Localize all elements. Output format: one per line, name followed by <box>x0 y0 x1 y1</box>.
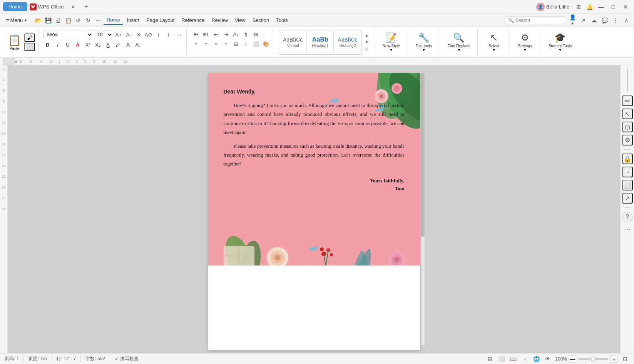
shadow-text-button[interactable]: A⃣ <box>133 40 142 49</box>
font-size-select[interactable]: 10 <box>94 30 113 39</box>
align-right-button[interactable]: ≡ <box>211 40 221 48</box>
clipboard-button[interactable]: 📋 <box>64 16 73 25</box>
select-button[interactable]: ↖ Select ▼ <box>482 31 505 53</box>
style-scroll-down[interactable]: ▼ <box>364 39 370 46</box>
sidebar-share-button[interactable]: ↗ <box>622 193 633 204</box>
zoom-in-button[interactable]: + <box>610 355 618 363</box>
more-menu-button[interactable]: ⋮ <box>611 16 620 25</box>
close-window-button[interactable]: ✕ <box>620 2 631 12</box>
smart-art-button[interactable]: ⚙ <box>622 135 633 145</box>
zoom-slider[interactable] <box>578 358 609 360</box>
clear-format-button[interactable]: ✕ <box>134 30 143 39</box>
align-justify-button[interactable]: ≡ <box>221 40 231 48</box>
share-button[interactable]: 👤+ <box>568 16 577 25</box>
tab-section[interactable]: Section <box>249 16 272 25</box>
window-layout-button[interactable]: ⊞ <box>574 2 583 12</box>
font-expand-button[interactable]: ⋯ <box>174 30 183 39</box>
select-tool-button[interactable]: ↖ <box>622 109 633 119</box>
tab-page-layout[interactable]: Page Layout <box>143 16 177 25</box>
text-tools-button[interactable]: 🔧 Text tools ▼ <box>412 31 436 53</box>
align-center-button[interactable]: ≡ <box>201 40 211 48</box>
format-painter-button[interactable]: 🖌 <box>24 33 35 42</box>
eye-view-button[interactable]: 👁 <box>544 355 552 363</box>
export-button[interactable]: ↗ <box>579 16 588 25</box>
student-tools-button[interactable]: 🎓 Student Tools ▼ <box>545 31 575 53</box>
redo-button[interactable]: ↻ <box>84 16 93 25</box>
print-layout-button[interactable]: ⊞ <box>486 355 494 363</box>
fit-page-button[interactable]: ⊡ <box>621 355 629 363</box>
search-box[interactable]: 🔍 <box>505 17 566 24</box>
font-color-button[interactable]: A <box>73 40 82 49</box>
comment-button[interactable]: 💬 <box>600 16 609 25</box>
collapse-ribbon-button[interactable]: ∧ <box>622 16 631 25</box>
text-distribute-button[interactable]: ⊟ <box>231 40 241 48</box>
font-more2-button[interactable]: ⁞ <box>164 30 173 39</box>
style-normal[interactable]: AaBbCc Normal <box>279 30 307 54</box>
spell-check-status[interactable]: ✓ 拼写检查 <box>115 356 139 362</box>
font-effects-button[interactable]: A⚙ <box>144 30 153 39</box>
increase-font-button[interactable]: A+ <box>114 30 123 39</box>
help-button[interactable]: ? <box>622 212 633 222</box>
tab-home[interactable]: Home <box>104 15 123 25</box>
style-expand[interactable]: ▽ <box>364 46 370 53</box>
shading-button[interactable]: 🎨 <box>261 40 271 48</box>
document-area[interactable]: Dear Wendy, How's it going? I miss you s… <box>8 65 620 353</box>
sort-button[interactable]: A↓ <box>231 30 241 38</box>
tab-review[interactable]: Review <box>208 16 231 25</box>
minimize-button[interactable]: — <box>596 2 606 12</box>
border-button[interactable]: ⬜ <box>251 40 261 48</box>
settings-button[interactable]: ⚙ Settings ▼ <box>514 31 537 53</box>
close-tab-button[interactable]: ✕ <box>68 2 79 12</box>
text-bg-color-button[interactable]: 🖊 <box>113 40 122 49</box>
decrease-indent-button[interactable]: ⇤ <box>211 30 221 38</box>
text-highlight-button[interactable]: A̲ <box>103 40 112 49</box>
notifications-button[interactable]: 🔔 <box>585 2 594 12</box>
subscript-button[interactable]: X₂ <box>93 40 102 49</box>
show-marks-button[interactable]: ¶ <box>241 30 251 38</box>
reading-mode-button[interactable]: 📖 <box>509 355 517 363</box>
find-replace-button[interactable]: 🔍 Find Replace ▼ <box>444 31 474 53</box>
strikethrough-button[interactable]: A̶ <box>123 40 132 49</box>
lock-button[interactable]: 🔒 <box>622 154 633 164</box>
cloud-save-button[interactable]: ☁ <box>589 16 599 25</box>
bullet-list-button[interactable]: ≡• <box>191 30 201 38</box>
home-tab-button[interactable]: Home <box>3 2 27 11</box>
more-quick-button[interactable]: ⋯ <box>94 16 103 25</box>
numbered-list-button[interactable]: ≡1 <box>201 30 211 38</box>
tab-reference[interactable]: Reference <box>178 16 207 25</box>
superscript-button[interactable]: X² <box>83 40 92 49</box>
align-left-button[interactable]: ≡ <box>191 40 201 48</box>
increase-indent-button[interactable]: ⇥ <box>221 30 231 38</box>
maximize-button[interactable]: □ <box>608 2 619 12</box>
line-spacing-button[interactable]: ↕ <box>241 40 251 48</box>
font-family-select[interactable]: Seoul <box>43 30 93 39</box>
print-button[interactable]: 🖨 <box>54 16 63 25</box>
save-button[interactable]: 💾 <box>43 16 53 25</box>
pencil-tool-button[interactable]: ✏ <box>622 95 633 106</box>
decrease-font-button[interactable]: A- <box>124 30 133 39</box>
vertical-scrollbar[interactable] <box>421 73 425 346</box>
search-input[interactable] <box>515 18 562 23</box>
style-heading2[interactable]: AaBbCc Heading2 <box>334 30 361 54</box>
full-page-button[interactable]: ⬜ <box>497 355 506 363</box>
bold-button[interactable]: B <box>43 40 52 49</box>
new-style-button[interactable]: 📝 New Style ▼ <box>379 31 404 53</box>
italic-button[interactable]: I <box>53 40 62 49</box>
frame-button[interactable]: ⬜ <box>622 180 633 190</box>
sidebar-arrow-button[interactable]: → <box>622 167 633 177</box>
tab-view[interactable]: View <box>232 16 249 25</box>
font-more1-button[interactable]: ⁞ <box>154 30 163 39</box>
tab-insert[interactable]: Insert <box>124 16 143 25</box>
undo-button[interactable]: ↺ <box>74 16 83 25</box>
shapes-tool-button[interactable]: ⬡ <box>622 122 633 132</box>
style-heading1[interactable]: AaBb Heading1 <box>307 30 334 54</box>
scrollbar-thumb[interactable] <box>421 73 425 237</box>
menu-hamburger[interactable]: ≡ Menu ▼ <box>3 16 30 25</box>
underline-button[interactable]: U <box>63 40 72 49</box>
style-scroll-up[interactable]: ▲ <box>364 32 370 39</box>
tab-tools[interactable]: Tools <box>273 16 291 25</box>
sidebar-more-dots[interactable]: ⋯ <box>624 225 631 233</box>
paste-button[interactable]: 📋 Paste <box>6 32 23 52</box>
outline-view-button[interactable]: ≡ <box>520 355 529 363</box>
column-button[interactable]: ⊞ <box>251 30 261 38</box>
